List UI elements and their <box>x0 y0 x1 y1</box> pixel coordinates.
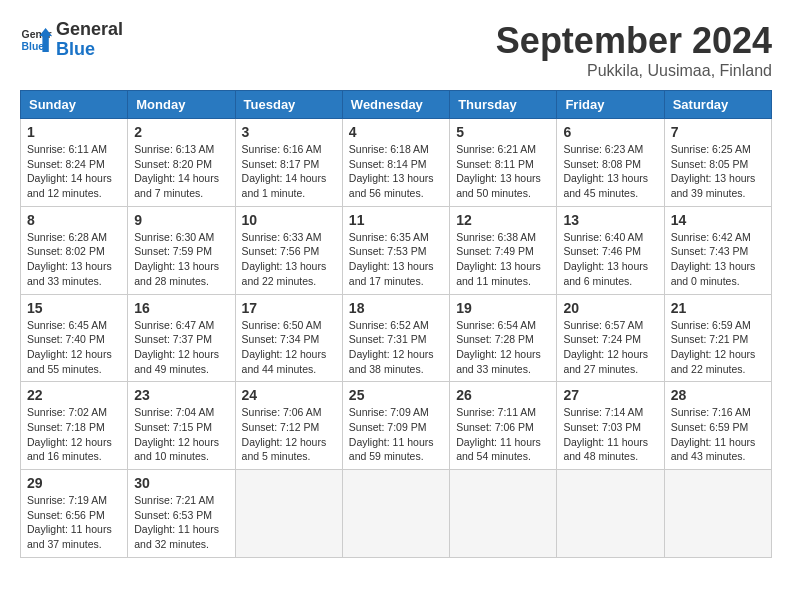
empty-cell <box>235 470 342 558</box>
day-cell-8: 8 Sunrise: 6:28 AM Sunset: 8:02 PM Dayli… <box>21 206 128 294</box>
calendar-header-row: Sunday Monday Tuesday Wednesday Thursday… <box>21 91 772 119</box>
day-cell-6: 6 Sunrise: 6:23 AM Sunset: 8:08 PM Dayli… <box>557 119 664 207</box>
day-cell-30: 30 Sunrise: 7:21 AM Sunset: 6:53 PM Dayl… <box>128 470 235 558</box>
empty-cell <box>557 470 664 558</box>
col-sunday: Sunday <box>21 91 128 119</box>
day-info: Sunrise: 7:16 AM Sunset: 6:59 PM Dayligh… <box>671 405 765 464</box>
day-number: 15 <box>27 300 121 316</box>
day-cell-27: 27 Sunrise: 7:14 AM Sunset: 7:03 PM Dayl… <box>557 382 664 470</box>
day-cell-3: 3 Sunrise: 6:16 AM Sunset: 8:17 PM Dayli… <box>235 119 342 207</box>
day-number: 24 <box>242 387 336 403</box>
day-info: Sunrise: 6:16 AM Sunset: 8:17 PM Dayligh… <box>242 142 336 201</box>
day-cell-29: 29 Sunrise: 7:19 AM Sunset: 6:56 PM Dayl… <box>21 470 128 558</box>
day-info: Sunrise: 6:30 AM Sunset: 7:59 PM Dayligh… <box>134 230 228 289</box>
day-info: Sunrise: 6:59 AM Sunset: 7:21 PM Dayligh… <box>671 318 765 377</box>
day-info: Sunrise: 6:40 AM Sunset: 7:46 PM Dayligh… <box>563 230 657 289</box>
day-number: 3 <box>242 124 336 140</box>
week-row-5: 29 Sunrise: 7:19 AM Sunset: 6:56 PM Dayl… <box>21 470 772 558</box>
calendar-table: Sunday Monday Tuesday Wednesday Thursday… <box>20 90 772 558</box>
day-info: Sunrise: 6:13 AM Sunset: 8:20 PM Dayligh… <box>134 142 228 201</box>
logo-general: General <box>56 20 123 40</box>
day-number: 12 <box>456 212 550 228</box>
title-block: September 2024 Pukkila, Uusimaa, Finland <box>496 20 772 80</box>
day-cell-11: 11 Sunrise: 6:35 AM Sunset: 7:53 PM Dayl… <box>342 206 449 294</box>
day-info: Sunrise: 6:33 AM Sunset: 7:56 PM Dayligh… <box>242 230 336 289</box>
day-info: Sunrise: 7:04 AM Sunset: 7:15 PM Dayligh… <box>134 405 228 464</box>
day-number: 8 <box>27 212 121 228</box>
day-cell-16: 16 Sunrise: 6:47 AM Sunset: 7:37 PM Dayl… <box>128 294 235 382</box>
day-number: 28 <box>671 387 765 403</box>
day-cell-17: 17 Sunrise: 6:50 AM Sunset: 7:34 PM Dayl… <box>235 294 342 382</box>
day-cell-9: 9 Sunrise: 6:30 AM Sunset: 7:59 PM Dayli… <box>128 206 235 294</box>
day-number: 26 <box>456 387 550 403</box>
col-tuesday: Tuesday <box>235 91 342 119</box>
day-info: Sunrise: 6:21 AM Sunset: 8:11 PM Dayligh… <box>456 142 550 201</box>
day-number: 5 <box>456 124 550 140</box>
day-number: 10 <box>242 212 336 228</box>
day-number: 1 <box>27 124 121 140</box>
col-friday: Friday <box>557 91 664 119</box>
day-cell-21: 21 Sunrise: 6:59 AM Sunset: 7:21 PM Dayl… <box>664 294 771 382</box>
logo: General Blue General Blue <box>20 20 123 60</box>
day-number: 30 <box>134 475 228 491</box>
svg-text:Blue: Blue <box>22 40 45 51</box>
empty-cell <box>450 470 557 558</box>
day-number: 6 <box>563 124 657 140</box>
day-cell-1: 1 Sunrise: 6:11 AM Sunset: 8:24 PM Dayli… <box>21 119 128 207</box>
col-thursday: Thursday <box>450 91 557 119</box>
day-info: Sunrise: 6:38 AM Sunset: 7:49 PM Dayligh… <box>456 230 550 289</box>
day-info: Sunrise: 6:50 AM Sunset: 7:34 PM Dayligh… <box>242 318 336 377</box>
day-cell-26: 26 Sunrise: 7:11 AM Sunset: 7:06 PM Dayl… <box>450 382 557 470</box>
day-info: Sunrise: 6:23 AM Sunset: 8:08 PM Dayligh… <box>563 142 657 201</box>
month-title: September 2024 <box>496 20 772 62</box>
logo-icon: General Blue <box>20 24 52 56</box>
day-number: 19 <box>456 300 550 316</box>
day-number: 21 <box>671 300 765 316</box>
day-cell-2: 2 Sunrise: 6:13 AM Sunset: 8:20 PM Dayli… <box>128 119 235 207</box>
day-number: 2 <box>134 124 228 140</box>
day-number: 16 <box>134 300 228 316</box>
day-number: 9 <box>134 212 228 228</box>
day-info: Sunrise: 6:52 AM Sunset: 7:31 PM Dayligh… <box>349 318 443 377</box>
day-number: 23 <box>134 387 228 403</box>
day-info: Sunrise: 6:28 AM Sunset: 8:02 PM Dayligh… <box>27 230 121 289</box>
day-cell-24: 24 Sunrise: 7:06 AM Sunset: 7:12 PM Dayl… <box>235 382 342 470</box>
day-number: 11 <box>349 212 443 228</box>
week-row-2: 8 Sunrise: 6:28 AM Sunset: 8:02 PM Dayli… <box>21 206 772 294</box>
day-number: 18 <box>349 300 443 316</box>
day-cell-5: 5 Sunrise: 6:21 AM Sunset: 8:11 PM Dayli… <box>450 119 557 207</box>
day-info: Sunrise: 6:47 AM Sunset: 7:37 PM Dayligh… <box>134 318 228 377</box>
location-subtitle: Pukkila, Uusimaa, Finland <box>496 62 772 80</box>
day-info: Sunrise: 6:57 AM Sunset: 7:24 PM Dayligh… <box>563 318 657 377</box>
day-number: 7 <box>671 124 765 140</box>
day-info: Sunrise: 6:45 AM Sunset: 7:40 PM Dayligh… <box>27 318 121 377</box>
day-info: Sunrise: 7:11 AM Sunset: 7:06 PM Dayligh… <box>456 405 550 464</box>
day-cell-14: 14 Sunrise: 6:42 AM Sunset: 7:43 PM Dayl… <box>664 206 771 294</box>
day-info: Sunrise: 7:06 AM Sunset: 7:12 PM Dayligh… <box>242 405 336 464</box>
day-cell-23: 23 Sunrise: 7:04 AM Sunset: 7:15 PM Dayl… <box>128 382 235 470</box>
day-info: Sunrise: 7:19 AM Sunset: 6:56 PM Dayligh… <box>27 493 121 552</box>
day-number: 25 <box>349 387 443 403</box>
day-cell-4: 4 Sunrise: 6:18 AM Sunset: 8:14 PM Dayli… <box>342 119 449 207</box>
week-row-1: 1 Sunrise: 6:11 AM Sunset: 8:24 PM Dayli… <box>21 119 772 207</box>
day-info: Sunrise: 7:02 AM Sunset: 7:18 PM Dayligh… <box>27 405 121 464</box>
day-info: Sunrise: 7:09 AM Sunset: 7:09 PM Dayligh… <box>349 405 443 464</box>
day-info: Sunrise: 6:25 AM Sunset: 8:05 PM Dayligh… <box>671 142 765 201</box>
day-info: Sunrise: 7:14 AM Sunset: 7:03 PM Dayligh… <box>563 405 657 464</box>
day-cell-13: 13 Sunrise: 6:40 AM Sunset: 7:46 PM Dayl… <box>557 206 664 294</box>
day-info: Sunrise: 6:35 AM Sunset: 7:53 PM Dayligh… <box>349 230 443 289</box>
col-monday: Monday <box>128 91 235 119</box>
day-number: 27 <box>563 387 657 403</box>
day-cell-20: 20 Sunrise: 6:57 AM Sunset: 7:24 PM Dayl… <box>557 294 664 382</box>
week-row-3: 15 Sunrise: 6:45 AM Sunset: 7:40 PM Dayl… <box>21 294 772 382</box>
empty-cell <box>664 470 771 558</box>
day-info: Sunrise: 7:21 AM Sunset: 6:53 PM Dayligh… <box>134 493 228 552</box>
day-number: 14 <box>671 212 765 228</box>
page-header: General Blue General Blue September 2024… <box>20 20 772 80</box>
week-row-4: 22 Sunrise: 7:02 AM Sunset: 7:18 PM Dayl… <box>21 382 772 470</box>
day-cell-22: 22 Sunrise: 7:02 AM Sunset: 7:18 PM Dayl… <box>21 382 128 470</box>
day-cell-15: 15 Sunrise: 6:45 AM Sunset: 7:40 PM Dayl… <box>21 294 128 382</box>
day-number: 20 <box>563 300 657 316</box>
day-number: 17 <box>242 300 336 316</box>
day-cell-28: 28 Sunrise: 7:16 AM Sunset: 6:59 PM Dayl… <box>664 382 771 470</box>
